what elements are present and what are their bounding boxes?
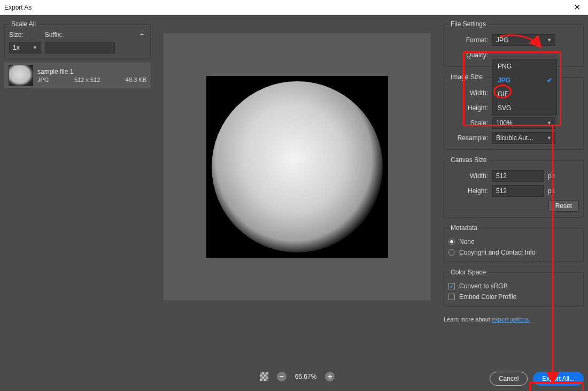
preview-backdrop <box>206 76 388 258</box>
size-label: Size: <box>9 31 24 39</box>
file-size: 48.3 KB <box>126 76 146 83</box>
file-dimensions: 512 x 512 <box>74 76 100 83</box>
metadata-copyright-label: Copyright and Contact Info <box>459 249 536 256</box>
format-row: Format: JPG ▼ <box>448 34 579 46</box>
canvas-size-legend: Canvas Size <box>448 156 489 164</box>
left-panel: Scale All Size: Suffix: + 1x ▼ + sample … <box>0 15 155 391</box>
chevron-down-icon: ▼ <box>547 120 552 126</box>
format-option-svg[interactable]: SVG <box>492 101 556 115</box>
zoom-toolbar: − 66.67% + <box>260 372 335 381</box>
titlebar: Export As ✕ <box>0 0 588 15</box>
is-resample-value: Bicubic Aut... <box>496 134 533 142</box>
file-info: sample file 1 JPG 512 x 512 48.3 KB <box>37 68 146 83</box>
preview-image <box>212 81 383 252</box>
is-scale-select[interactable]: 100% ▼ <box>492 117 555 129</box>
cs-height-row: Height: px <box>448 185 579 197</box>
embed-profile-row[interactable]: Embed Color Profile <box>448 293 579 301</box>
cs-width-unit: px <box>548 172 556 180</box>
cs-height-unit: px <box>548 187 556 195</box>
scale-values-row: 1x ▼ + <box>9 42 146 53</box>
checkbox-icon <box>448 294 455 300</box>
suffix-input[interactable] <box>45 42 115 53</box>
learn-more-prefix: Learn more about <box>444 316 492 323</box>
center-panel: − 66.67% + <box>155 15 439 391</box>
is-resample-row: Resample: Bicubic Aut... ▼ <box>448 132 579 144</box>
format-value: JPG <box>496 36 508 44</box>
learn-more: Learn more about export options. <box>444 316 584 323</box>
is-resample-select[interactable]: Bicubic Aut... ▼ <box>492 132 555 144</box>
radio-icon <box>448 239 455 245</box>
preview-stage <box>164 33 431 301</box>
format-dropdown-menu: PNG JPG GIF SVG <box>492 59 557 116</box>
cs-width-label: Width: <box>448 172 488 180</box>
is-scale-row: Scale: 100% ▼ <box>448 117 579 129</box>
learn-more-link[interactable]: export options. <box>492 316 530 323</box>
zoom-level: 66.67% <box>295 373 317 380</box>
metadata-copyright-row[interactable]: Copyright and Contact Info <box>448 249 579 256</box>
cs-reset-row: Reset <box>448 200 579 212</box>
file-thumbnail <box>9 65 33 86</box>
zoom-in-button[interactable]: + <box>325 372 335 381</box>
canvas-size-group: Canvas Size Width: px Height: px Reset <box>444 156 584 218</box>
cs-height-input[interactable] <box>492 185 544 197</box>
window-title: Export As <box>4 4 32 11</box>
is-scale-label: Scale: <box>448 119 488 127</box>
convert-srgb-row[interactable]: Convert to sRGB <box>448 282 579 290</box>
quality-label: Quality: <box>448 51 488 59</box>
format-option-png[interactable]: PNG <box>492 59 556 73</box>
close-icon[interactable]: ✕ <box>570 2 584 12</box>
format-select[interactable]: JPG ▼ <box>492 34 555 46</box>
file-format: JPG <box>37 76 49 83</box>
image-size-legend: Image Size <box>448 73 485 81</box>
color-space-group: Color Space Convert to sRGB Embed Color … <box>444 269 584 306</box>
scale-all-legend: Scale All <box>9 20 38 28</box>
suffix-label: Suffix: <box>45 31 63 39</box>
cs-height-label: Height: <box>448 187 488 195</box>
metadata-legend: Metadata <box>448 224 479 232</box>
checkbox-icon <box>448 283 455 289</box>
workspace: Scale All Size: Suffix: + 1x ▼ + sample … <box>0 15 588 391</box>
metadata-none-row[interactable]: None <box>448 238 579 246</box>
zoom-out-button[interactable]: − <box>277 372 287 381</box>
convert-srgb-label: Convert to sRGB <box>459 282 508 290</box>
file-meta: JPG 512 x 512 48.3 KB <box>37 76 146 83</box>
chevron-down-icon: ▼ <box>547 37 552 43</box>
file-list-item[interactable]: sample file 1 JPG 512 x 512 48.3 KB <box>4 63 151 88</box>
format-label: Format: <box>448 36 488 44</box>
is-height-label: Height: <box>448 104 488 112</box>
scale-header-row: Size: Suffix: + <box>9 31 146 39</box>
file-settings-legend: File Settings <box>448 20 488 28</box>
scale-all-group: Scale All Size: Suffix: + 1x ▼ + <box>4 20 151 59</box>
chevron-down-icon: ▼ <box>547 135 552 141</box>
cs-width-input[interactable] <box>492 170 544 182</box>
cs-width-row: Width: px <box>448 170 579 182</box>
is-scale-value: 100% <box>496 119 513 127</box>
embed-profile-label: Embed Color Profile <box>459 293 516 301</box>
color-space-legend: Color Space <box>448 269 488 276</box>
size-value: 1x <box>13 44 20 51</box>
bottom-buttons: Cancel Export All... <box>444 366 584 386</box>
file-name: sample file 1 <box>37 68 146 75</box>
reset-button[interactable]: Reset <box>548 200 579 212</box>
export-all-button[interactable]: Export All... <box>533 372 584 386</box>
transparency-toggle-icon[interactable] <box>260 372 268 381</box>
is-resample-label: Resample: <box>448 134 488 142</box>
add-size-button[interactable]: + <box>138 31 146 39</box>
is-width-label: Width: <box>448 89 488 97</box>
format-option-gif[interactable]: GIF <box>492 87 556 101</box>
radio-icon <box>448 249 455 256</box>
metadata-group: Metadata None Copyright and Contact Info <box>444 224 584 262</box>
chevron-down-icon: ▼ <box>33 45 37 50</box>
format-option-jpg[interactable]: JPG <box>492 73 556 87</box>
metadata-none-label: None <box>459 238 475 246</box>
size-select[interactable]: 1x ▼ <box>9 42 41 53</box>
cancel-button[interactable]: Cancel <box>490 372 528 386</box>
